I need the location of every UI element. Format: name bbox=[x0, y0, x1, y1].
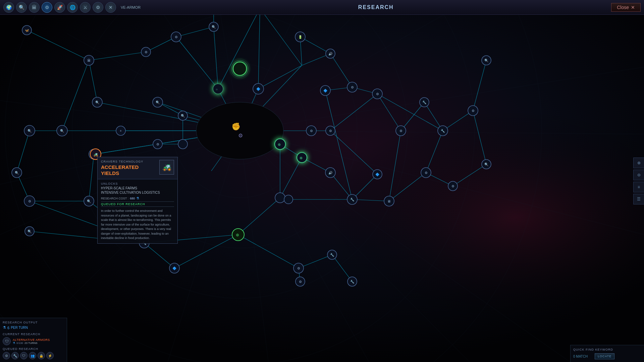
tech-category: CRAVERS TECHNOLOGY bbox=[101, 160, 143, 163]
queued-icon-4[interactable]: 👥 bbox=[29, 352, 36, 359]
current-research-icon: 🛡 bbox=[3, 337, 11, 345]
science-icon: ⚗ bbox=[136, 196, 139, 200]
diplomacy-icon[interactable]: 🌐 bbox=[67, 2, 78, 13]
close-x-top-icon[interactable]: ✕ bbox=[105, 2, 116, 13]
svg-text:🔍: 🔍 bbox=[181, 114, 185, 118]
research-output-value: ⚗ 6 PER TURN bbox=[3, 325, 64, 330]
research-nav-icon[interactable]: ⚙ bbox=[42, 2, 52, 13]
queued-icon-1[interactable]: ⚙ bbox=[3, 352, 10, 359]
svg-text:⊕: ⊕ bbox=[300, 156, 303, 160]
svg-point-154 bbox=[275, 193, 285, 203]
filter-button[interactable]: ≡ bbox=[633, 182, 644, 192]
svg-text:⚙: ⚙ bbox=[399, 129, 402, 133]
svg-text:🔍: 🔍 bbox=[484, 58, 489, 63]
queued-icon-3[interactable]: 🛡 bbox=[20, 352, 28, 359]
svg-point-104 bbox=[196, 102, 283, 159]
right-side-buttons: ⊕ ⊖ ≡ ☰ bbox=[633, 158, 644, 204]
tech-description: In order to further control the environm… bbox=[101, 209, 174, 241]
queued-icon-6[interactable]: ⚡ bbox=[46, 352, 54, 359]
svg-text:🔷: 🔷 bbox=[256, 87, 261, 91]
svg-text:⚙: ⚙ bbox=[425, 171, 428, 175]
zoom-in-button[interactable]: ⊕ bbox=[633, 158, 644, 168]
svg-text:🔷: 🔷 bbox=[172, 266, 177, 270]
svg-text:✊: ✊ bbox=[231, 122, 241, 131]
colony-icon[interactable]: 🏛 bbox=[29, 2, 40, 13]
progress-icon: ⚗ bbox=[13, 342, 15, 345]
svg-text:🔧: 🔧 bbox=[422, 100, 427, 105]
locate-button[interactable]: LOCATE bbox=[595, 353, 614, 359]
svg-text:⚙: ⚙ bbox=[238, 133, 243, 138]
bottom-right-panel: QUICK FIND KEYWORD 0 MATCH LOCATE bbox=[570, 345, 644, 362]
svg-text:⚙: ⚙ bbox=[451, 184, 454, 188]
close-label: Close bbox=[617, 5, 629, 10]
svg-text:⚙: ⚙ bbox=[297, 266, 300, 270]
current-research-name: ALTERNATIVE ARMORS bbox=[13, 338, 50, 342]
svg-text:🔧: 🔧 bbox=[350, 197, 355, 202]
svg-text:🔍: 🔍 bbox=[60, 129, 64, 133]
tech-tooltip-panel: CRAVERS TECHNOLOGY ACCELERATEDYIELDS 🚜 U… bbox=[97, 157, 178, 244]
settings-icon[interactable]: ⚙ bbox=[93, 2, 103, 13]
svg-text:🔍: 🔍 bbox=[28, 229, 32, 234]
per-turn-label: PER TURN bbox=[11, 326, 28, 329]
svg-text:⚙: ⚙ bbox=[310, 129, 313, 133]
output-number: 6 bbox=[7, 326, 9, 330]
tech-name: ACCELERATEDYIELDS bbox=[101, 164, 143, 176]
current-research-info: ALTERNATIVE ARMORS ⚗ 0/130 23 TURNS bbox=[13, 338, 50, 345]
svg-text:⚙: ⚙ bbox=[175, 35, 178, 39]
research-turns: 23 TURNS bbox=[24, 342, 38, 345]
unlock-item-1: HYPER-SCALE FARMS bbox=[101, 186, 174, 190]
queued-icon-5[interactable]: 🔒 bbox=[38, 352, 45, 359]
research-progress: ⚗ 0/130 23 TURNS bbox=[13, 342, 50, 345]
svg-text:⚙: ⚙ bbox=[376, 92, 379, 96]
queued-icon-2[interactable]: 🔧 bbox=[11, 352, 19, 359]
ships-icon[interactable]: 🚀 bbox=[54, 2, 65, 13]
match-count: 0 MATCH bbox=[573, 355, 593, 358]
svg-text:⚙: ⚙ bbox=[145, 50, 148, 54]
top-bar-left: 🌍 🔍 🏛 ⚙ 🚀 🌐 ⚔ ⚙ ✕ VE-ARMOR bbox=[3, 2, 141, 13]
science-output-icon: ⚗ bbox=[3, 325, 6, 330]
svg-text:🔍: 🔍 bbox=[28, 129, 32, 133]
page-title: Research bbox=[358, 4, 394, 10]
svg-text:🔍: 🔍 bbox=[212, 25, 216, 29]
tech-tooltip-header: CRAVERS TECHNOLOGY ACCELERATEDYIELDS 🚜 bbox=[98, 157, 177, 179]
svg-point-212 bbox=[233, 62, 247, 75]
list-button[interactable]: ☰ bbox=[633, 194, 644, 204]
empire-icon[interactable]: ⚔ bbox=[80, 2, 91, 13]
svg-text:⚙: ⚙ bbox=[351, 85, 354, 89]
svg-text:🔍: 🔍 bbox=[484, 162, 489, 167]
svg-text:🔧: 🔧 bbox=[330, 253, 334, 257]
svg-text:🚜: 🚜 bbox=[93, 152, 98, 157]
quick-find-row: 0 MATCH LOCATE bbox=[573, 353, 641, 359]
svg-text:⚙: ⚙ bbox=[156, 142, 159, 146]
svg-text:🏛: 🏛 bbox=[87, 59, 91, 62]
zoom-out-button[interactable]: ⊖ bbox=[633, 170, 644, 180]
progress-value: 0/130 bbox=[16, 342, 23, 345]
queued-label: QUEUED FOR RESEARCH bbox=[101, 201, 174, 207]
svg-rect-1 bbox=[0, 0, 644, 362]
svg-text:🔧: 🔧 bbox=[441, 129, 445, 133]
svg-point-109 bbox=[213, 84, 223, 94]
svg-text:⚙: ⚙ bbox=[28, 199, 31, 203]
search-zoom-icon[interactable]: 🔍 bbox=[16, 2, 27, 13]
svg-text:🔍: 🔍 bbox=[15, 171, 19, 175]
research-cost: RESEARCH COST : 680 ⚗ bbox=[101, 196, 174, 200]
close-x-icon: ✕ bbox=[631, 5, 635, 10]
svg-text:🔊: 🔊 bbox=[328, 52, 333, 56]
svg-text:○: ○ bbox=[216, 87, 218, 91]
svg-text:⚙: ⚙ bbox=[329, 129, 332, 133]
svg-text:⚙: ⚙ bbox=[299, 280, 302, 284]
planet-icon[interactable]: 🌍 bbox=[3, 2, 14, 13]
research-output-title: RESEARCH OUTPUT bbox=[3, 321, 64, 324]
research-tree: ✊ ⚙ ⊕ ○ ⊕ ⊕ bbox=[0, 0, 644, 362]
game-title: VE-ARMOR bbox=[121, 5, 141, 9]
svg-point-142 bbox=[178, 139, 187, 149]
svg-text:🔍: 🔍 bbox=[87, 199, 91, 203]
tech-icon-large: 🚜 bbox=[159, 160, 174, 175]
research-cost-value: 680 bbox=[130, 197, 135, 200]
svg-text:🔋: 🔋 bbox=[298, 35, 303, 39]
svg-point-155 bbox=[284, 195, 293, 204]
svg-text:🖥: 🖥 bbox=[387, 199, 391, 203]
close-button[interactable]: Close ✕ bbox=[611, 3, 641, 12]
svg-text:🔍: 🔍 bbox=[95, 100, 100, 105]
svg-text:⊕: ⊕ bbox=[236, 233, 239, 237]
